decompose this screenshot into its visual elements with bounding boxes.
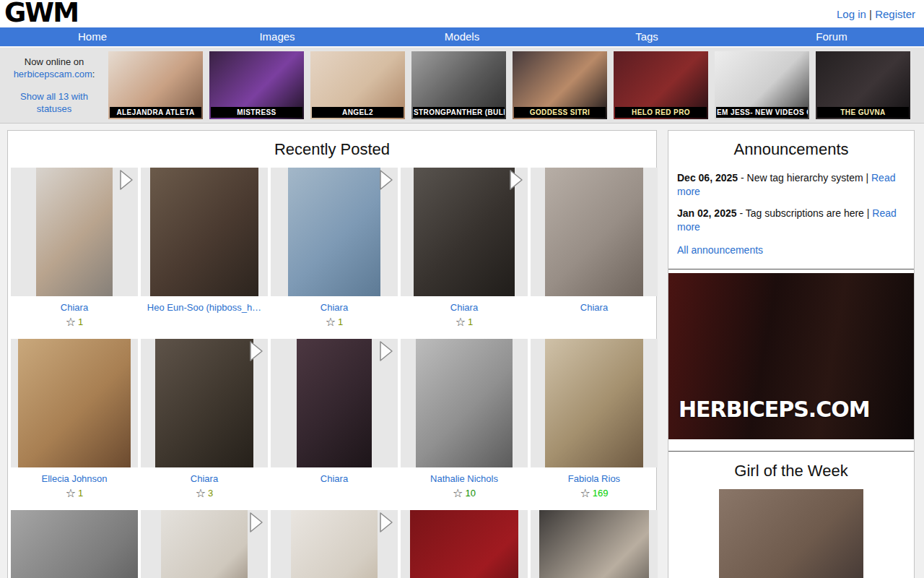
post-model-link[interactable]: Chiara: [321, 473, 348, 484]
post-photo: [545, 168, 643, 296]
post-photo: [410, 510, 518, 578]
post-model-link[interactable]: Fabiola Rios: [568, 473, 620, 484]
post-star-count: ☆1: [271, 315, 398, 329]
post-model-name: Heo Eun-Soo (hipboss_h…: [141, 302, 268, 313]
star-icon[interactable]: ☆: [326, 316, 336, 328]
online-model-name: ANGEL2: [312, 107, 404, 118]
star-icon[interactable]: ☆: [196, 487, 206, 499]
girl-of-week-title: Girl of the Week: [668, 452, 914, 482]
site-logo[interactable]: GWM: [4, 0, 78, 28]
star-count-value: 3: [208, 488, 213, 499]
online-model-thumb[interactable]: GODDESS SITRI: [513, 51, 607, 119]
play-icon: [508, 169, 524, 194]
announcement-date: Jan 02, 2025: [677, 207, 737, 219]
post-model-name: Chiara: [141, 473, 268, 484]
post-cell: [141, 510, 268, 578]
post-cell: [271, 510, 398, 578]
herbiceps-banner[interactable]: HERBICEPS.COM: [668, 273, 914, 439]
post-star-count: ☆169: [531, 486, 658, 500]
post-thumbnail[interactable]: [11, 339, 138, 467]
online-model-name: ALEJANDRA ATLETA: [110, 107, 201, 118]
online-model-thumb[interactable]: MISTRESS: [209, 51, 304, 119]
post-thumbnail[interactable]: [141, 510, 268, 578]
girl-of-week-photo[interactable]: [719, 489, 863, 578]
post-thumbnail[interactable]: [531, 339, 658, 467]
star-icon[interactable]: ☆: [66, 487, 76, 499]
post-model-link[interactable]: Ellecia Johnson: [41, 473, 107, 484]
all-announcements-link[interactable]: All announcements: [677, 244, 763, 256]
post-thumbnail[interactable]: [11, 510, 138, 578]
post-star-count: ☆1: [401, 315, 528, 329]
post-model-name: Fabiola Rios: [531, 473, 658, 484]
post-cell: Chiara☆1: [271, 168, 398, 329]
show-all-statuses-link[interactable]: Show all 13 with statuses: [3, 90, 105, 115]
cam-site-suffix: :: [92, 69, 95, 79]
nav-item-forum[interactable]: Forum: [739, 27, 924, 46]
post-thumbnail[interactable]: [141, 168, 268, 296]
star-icon[interactable]: ☆: [456, 316, 466, 328]
online-model-thumb[interactable]: ALEJANDRA ATLETA: [108, 51, 203, 119]
post-photo: [297, 339, 372, 467]
post-cell: [401, 510, 528, 578]
post-thumbnail[interactable]: [401, 510, 528, 578]
play-icon: [378, 340, 394, 365]
post-model-link[interactable]: Chiara: [580, 302, 608, 313]
star-icon[interactable]: ☆: [453, 487, 463, 499]
online-model-thumb[interactable]: HELO RED PRO: [614, 51, 708, 119]
online-model-thumb[interactable]: ANGEL2: [310, 51, 405, 119]
sidebar-panel: Announcements Dec 06, 2025 - New tag hie…: [668, 130, 915, 578]
post-photo: [155, 339, 253, 467]
banner-brand-text: HERBICEPS.COM: [679, 397, 870, 422]
star-icon[interactable]: ☆: [580, 487, 590, 499]
play-icon: [248, 340, 264, 365]
post-cell: Heo Eun-Soo (hipboss_h…: [141, 168, 268, 329]
post-thumbnail[interactable]: [271, 339, 398, 467]
online-model-thumb[interactable]: THE GUVNA: [816, 51, 910, 119]
online-model-thumb[interactable]: EM JESS- NEW VIDEOS ON: [715, 51, 809, 119]
register-link[interactable]: Register: [875, 8, 915, 20]
post-model-link[interactable]: Chiara: [191, 473, 218, 484]
online-now-info: Now online on herbicepscam.com: Show all…: [0, 56, 108, 115]
nav-item-images[interactable]: Images: [185, 27, 370, 46]
online-now-strip: Now online on herbicepscam.com: Show all…: [0, 46, 924, 124]
post-cell: [531, 510, 658, 578]
post-photo: [416, 339, 513, 467]
post-thumbnail[interactable]: [531, 168, 658, 296]
online-model-name: EM JESS- NEW VIDEOS ON: [716, 107, 808, 118]
post-thumbnail[interactable]: [401, 339, 528, 467]
auth-separator: |: [866, 8, 875, 20]
post-thumbnail[interactable]: [401, 168, 528, 296]
login-link[interactable]: Log in: [837, 8, 866, 20]
post-thumbnail[interactable]: [11, 168, 138, 296]
post-model-link[interactable]: Chiara: [61, 302, 88, 313]
play-icon: [378, 512, 394, 536]
post-thumbnail[interactable]: [271, 510, 398, 578]
post-model-name: Chiara: [271, 302, 398, 313]
post-model-link[interactable]: Heo Eun-Soo (hipboss_h…: [147, 302, 261, 313]
post-cell: Chiara☆1: [401, 168, 528, 329]
nav-item-tags[interactable]: Tags: [554, 27, 739, 46]
page-header: GWM Log in | Register: [0, 0, 924, 27]
post-star-count: ☆1: [11, 315, 138, 329]
online-model-thumb[interactable]: STRONGPANTHER (BULKIN: [411, 51, 506, 119]
nav-item-home[interactable]: Home: [0, 27, 185, 46]
star-count-value: 1: [78, 488, 83, 499]
star-count-value: 1: [78, 316, 83, 327]
post-photo: [150, 168, 258, 296]
online-model-name: MISTRESS: [211, 107, 302, 118]
star-count-value: 1: [468, 316, 473, 327]
post-model-link[interactable]: Chiara: [321, 302, 348, 313]
cam-site-link[interactable]: herbicepscam.com: [14, 69, 92, 79]
online-now-text: Now online on: [3, 56, 105, 68]
nav-item-models[interactable]: Models: [370, 27, 554, 46]
post-cell: Ellecia Johnson☆1: [11, 339, 138, 500]
play-icon: [118, 169, 134, 194]
post-thumbnail[interactable]: [271, 168, 398, 296]
post-thumbnail[interactable]: [531, 510, 658, 578]
recently-posted-title: Recently Posted: [8, 131, 656, 168]
post-thumbnail[interactable]: [141, 339, 268, 467]
post-grid: Chiara☆1Heo Eun-Soo (hipboss_h…Chiara☆1C…: [8, 168, 656, 578]
post-model-link[interactable]: Chiara: [450, 302, 478, 313]
star-icon[interactable]: ☆: [66, 316, 76, 328]
post-model-link[interactable]: Nathalie Nichols: [430, 473, 498, 484]
